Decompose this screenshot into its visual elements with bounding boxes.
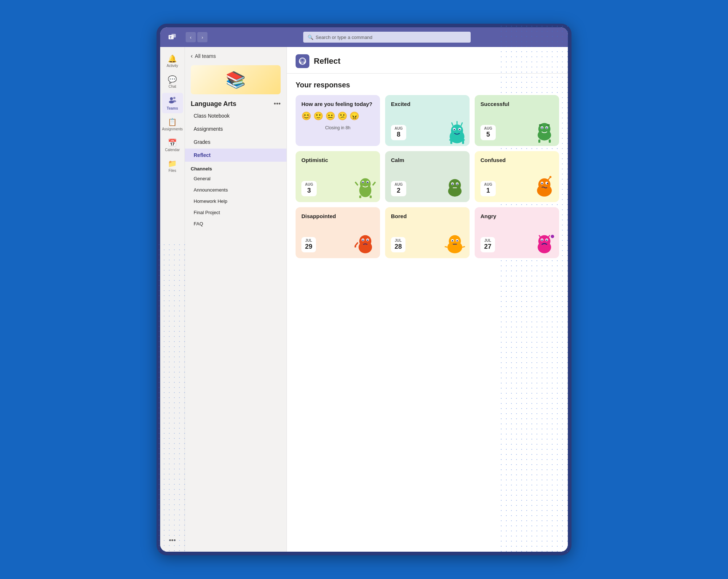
svg-point-83	[551, 235, 554, 238]
activity-icon: 🔔	[168, 54, 177, 63]
back-to-all-teams[interactable]: ‹ All teams	[185, 47, 286, 62]
search-placeholder: Search or type a command	[316, 35, 372, 40]
date-badge-confused: AUG 1	[480, 181, 496, 196]
emoji-slight-smile[interactable]: 🙂	[313, 111, 323, 121]
left-rail: 🔔 Activity 💬 Chat	[160, 47, 185, 552]
svg-rect-31	[549, 139, 551, 143]
chat-icon: 💬	[168, 75, 177, 84]
svg-point-8	[301, 59, 304, 61]
svg-rect-41	[370, 196, 372, 198]
svg-line-21	[461, 122, 463, 126]
cards-row-3: Disappointed JUL 29	[296, 207, 559, 258]
svg-point-29	[546, 127, 547, 129]
emoji-slight-frown[interactable]: 😕	[337, 111, 347, 121]
day-confused: 1	[486, 187, 490, 195]
sidebar-item-activity[interactable]: 🔔 Activity	[162, 51, 183, 71]
monster-disappointed	[355, 231, 376, 256]
day-optimistic: 3	[307, 187, 311, 195]
date-badge-calm: AUG 2	[391, 181, 406, 196]
svg-line-38	[355, 182, 358, 185]
svg-point-67	[449, 235, 461, 247]
svg-point-70	[452, 240, 453, 242]
svg-point-54	[541, 183, 543, 184]
title-bar: T ‹ › 🔍 Search or type a command	[160, 27, 568, 47]
day-successful: 5	[486, 131, 490, 139]
closing-text: Closing in 8h	[301, 125, 374, 130]
emotion-card-calm[interactable]: Calm AUG 2	[385, 151, 470, 202]
assignments-icon: 📋	[168, 118, 177, 126]
emotion-card-confused[interactable]: Confused AUG 1	[475, 151, 559, 202]
search-bar[interactable]: 🔍 Search or type a command	[303, 32, 471, 43]
emotion-label-successful: Successful	[480, 101, 509, 107]
month-excited: AUG	[395, 126, 403, 131]
monster-angry	[534, 231, 555, 256]
files-icon: 📁	[168, 159, 177, 168]
day-disappointed: 29	[305, 243, 312, 251]
emotion-label-optimistic: Optimistic	[301, 157, 328, 163]
sidebar-item-files[interactable]: 📁 Files	[162, 156, 183, 176]
svg-rect-1	[171, 34, 176, 38]
calendar-icon: 📅	[168, 138, 177, 147]
emotion-label-disappointed: Disappointed	[301, 213, 336, 219]
svg-line-82	[549, 235, 550, 237]
emoji-happy[interactable]: 😊	[301, 111, 311, 121]
emotion-card-disappointed[interactable]: Disappointed JUL 29	[296, 207, 380, 258]
svg-point-80	[546, 240, 547, 241]
nav-reflect[interactable]: Reflect	[185, 149, 286, 162]
svg-point-79	[541, 240, 543, 241]
sidebar-item-calendar[interactable]: 📅 Calendar	[162, 135, 183, 155]
channel-faq[interactable]: FAQ	[191, 218, 281, 229]
emotion-card-excited[interactable]: Excited AUG 8	[385, 95, 470, 146]
emotion-label-calm: Calm	[391, 157, 404, 163]
page-header: Reflect	[287, 47, 568, 74]
channel-general[interactable]: General	[191, 173, 281, 184]
channel-homework-help[interactable]: Homework Help	[191, 196, 281, 207]
sidebar-item-assignments[interactable]: 📋 Assignments	[162, 115, 183, 134]
team-header-row: Language Arts •••	[185, 97, 286, 109]
emoji-angry[interactable]: 😠	[349, 111, 359, 121]
month-successful: AUG	[484, 126, 492, 131]
day-bored: 28	[395, 243, 402, 251]
team-more-button[interactable]: •••	[274, 100, 281, 108]
teams-icon	[169, 96, 177, 106]
nav-grades[interactable]: Grades	[185, 135, 286, 149]
date-badge-bored: JUL 28	[391, 237, 405, 252]
cards-row-2: Optimistic AUG 3	[296, 151, 559, 202]
svg-rect-24	[539, 124, 542, 126]
svg-rect-17	[450, 141, 452, 144]
channel-announcements[interactable]: Announcements	[191, 184, 281, 196]
svg-line-73	[445, 247, 447, 247]
cards-row-1: How are you feeling today? 😊 🙂 😐 😕 😠 Clo…	[296, 95, 559, 146]
svg-point-37	[367, 182, 368, 183]
emoji-neutral[interactable]: 😐	[325, 111, 335, 121]
svg-point-4	[173, 97, 175, 99]
svg-rect-25	[547, 124, 550, 126]
emoji-row[interactable]: 😊 🙂 😐 😕 😠	[301, 111, 374, 121]
date-badge-successful: AUG 5	[480, 125, 496, 140]
svg-point-13	[454, 129, 455, 130]
forward-arrow[interactable]: ›	[197, 32, 207, 42]
main-content: Reflect Your responses How are you feeli…	[287, 47, 568, 552]
month-bored: JUL	[395, 239, 402, 243]
emotion-card-angry[interactable]: Angry JUL 27	[475, 207, 559, 258]
nav-assignments[interactable]: Assignments	[185, 122, 286, 135]
sidebar-item-chat[interactable]: 💬 Chat	[162, 72, 183, 91]
emotion-label-confused: Confused	[480, 157, 506, 163]
back-arrow[interactable]: ‹	[186, 32, 196, 42]
reflect-page-icon	[296, 54, 309, 68]
month-disappointed: JUL	[305, 239, 312, 243]
rail-more-button[interactable]: •••	[166, 534, 179, 547]
month-confused: AUG	[484, 182, 492, 187]
nav-class-notebook[interactable]: Class Notebook	[185, 109, 286, 122]
svg-line-39	[373, 182, 375, 185]
svg-point-47	[456, 184, 458, 185]
team-banner-emoji: 📚	[226, 70, 246, 89]
svg-point-6	[173, 100, 176, 102]
channel-final-project[interactable]: Final Project	[191, 207, 281, 218]
emotion-card-optimistic[interactable]: Optimistic AUG 3	[296, 151, 380, 202]
emotion-card-bored[interactable]: Bored JUL 28	[385, 207, 470, 258]
sidebar-item-teams[interactable]: Teams	[162, 93, 183, 113]
svg-point-51	[538, 178, 550, 190]
emotion-card-successful[interactable]: Successful AUG 5	[475, 95, 559, 146]
monster-calm	[444, 174, 466, 200]
